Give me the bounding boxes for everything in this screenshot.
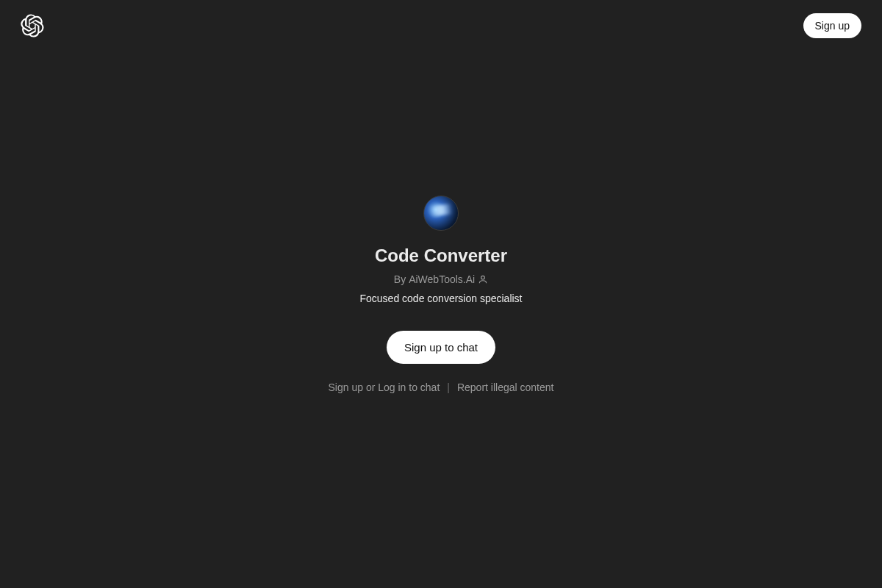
- byline-author: AiWebTools.Ai: [409, 273, 475, 285]
- footer-divider: |: [447, 381, 450, 393]
- app-title: Code Converter: [375, 245, 507, 266]
- user-icon: [478, 274, 488, 284]
- byline-prefix: By: [394, 273, 406, 285]
- footer-links: Sign up or Log in to chat | Report illeg…: [329, 381, 554, 393]
- signup-login-link[interactable]: Sign up or Log in to chat: [329, 381, 440, 393]
- main-content: Code Converter By AiWebTools.Ai Focused …: [0, 0, 882, 588]
- svg-point-0: [481, 276, 485, 279]
- signup-to-chat-button[interactable]: Sign up to chat: [387, 331, 495, 364]
- report-link[interactable]: Report illegal content: [457, 381, 554, 393]
- byline: By AiWebTools.Ai: [394, 273, 488, 285]
- app-description: Focused code conversion specialist: [359, 293, 522, 304]
- app-avatar-icon: [423, 196, 459, 231]
